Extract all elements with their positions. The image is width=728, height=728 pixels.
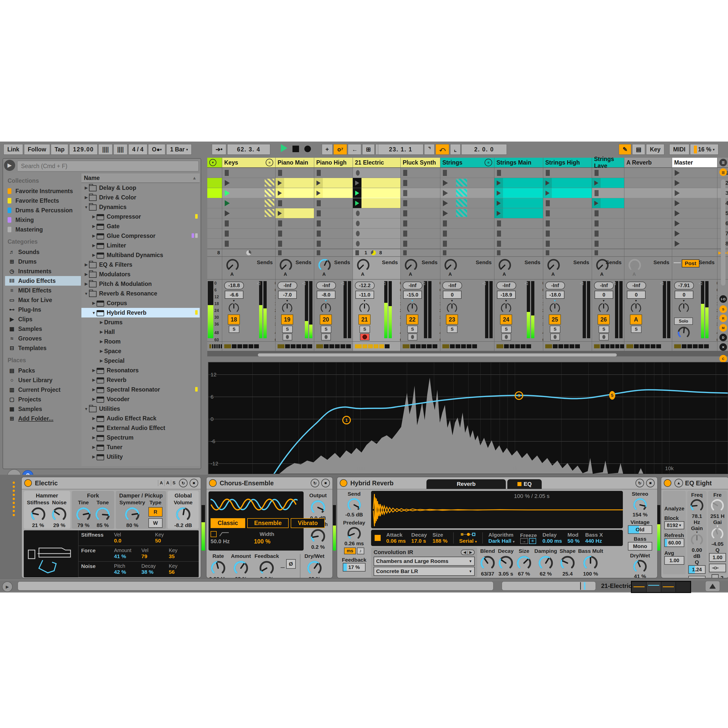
tree-item-glue-compressor[interactable]: ▶Glue Compressor bbox=[81, 231, 200, 241]
tree-item-drive-color[interactable]: ▶Drive & Color bbox=[81, 193, 200, 202]
tree-item-dynamics[interactable]: ▼Dynamics bbox=[81, 202, 200, 212]
loop-length-field[interactable]: 2. 0. 0 bbox=[461, 144, 507, 155]
knob-damping[interactable]: Damping62 % bbox=[534, 548, 557, 577]
empty-slot[interactable] bbox=[207, 219, 222, 228]
link-button[interactable]: Link bbox=[3, 144, 23, 155]
tree-item-reverb[interactable]: ▶Reverb bbox=[81, 375, 200, 385]
knob-tone[interactable]: Tone85 % bbox=[95, 500, 110, 528]
chevron-down-icon[interactable]: ▼ bbox=[83, 205, 89, 209]
clip-stop-button[interactable] bbox=[314, 208, 353, 219]
follow-button[interactable]: Follow bbox=[24, 144, 50, 155]
stop-all-row[interactable] bbox=[672, 249, 717, 257]
clip[interactable] bbox=[275, 178, 314, 188]
clip-record-slot[interactable] bbox=[353, 228, 401, 239]
computer-midi-keyboard-button[interactable]: ▤ bbox=[632, 144, 645, 155]
group-clip-slot[interactable] bbox=[222, 198, 275, 208]
empty-slot[interactable] bbox=[207, 239, 222, 249]
param-size[interactable]: Size188 % bbox=[433, 532, 448, 544]
track-header-keys[interactable]: Keys≡ bbox=[222, 158, 275, 168]
param-attack[interactable]: Attack0.06 ms bbox=[386, 532, 406, 544]
new-button[interactable]: + bbox=[322, 144, 333, 155]
save-preset-icon[interactable]: ■ bbox=[190, 479, 198, 487]
hot-swap-icon[interactable]: ↻ bbox=[635, 479, 644, 487]
clip-stop-button[interactable] bbox=[440, 239, 494, 249]
send-value[interactable]: -Inf bbox=[316, 281, 336, 289]
band-2-toggle[interactable] bbox=[711, 574, 719, 578]
sidebar-item-max-for-live[interactable]: ▭ Max for Live bbox=[5, 295, 81, 305]
solo-button[interactable]: Solo bbox=[674, 318, 693, 325]
tree-item-gate[interactable]: ▶Gate bbox=[81, 222, 200, 231]
table-row[interactable]: Noise Pitch 42 %Decay 38 %Key 56 bbox=[79, 562, 199, 577]
clip[interactable] bbox=[592, 198, 624, 208]
track-header-master[interactable]: Master bbox=[672, 158, 717, 168]
tree-item-space[interactable]: ▶Space bbox=[81, 346, 200, 356]
draw-mode-region[interactable]: ⊞ bbox=[362, 144, 375, 155]
chevron-right-icon[interactable]: ▶ bbox=[91, 243, 96, 248]
clip-stop-button[interactable] bbox=[592, 168, 624, 178]
clip-stop-button[interactable] bbox=[401, 208, 440, 219]
stop-all-row[interactable] bbox=[440, 249, 494, 257]
send-value[interactable]: -12.2 bbox=[355, 281, 375, 289]
track-activator[interactable]: 26 bbox=[598, 315, 610, 324]
solo-button[interactable]: S bbox=[359, 326, 370, 333]
param-bass-x[interactable]: Bass X440 Hz bbox=[585, 532, 603, 544]
mixer-strip[interactable]: -Inf -18.9 ▾ 24 S ◁ 0612182430364860 bbox=[494, 280, 543, 342]
volume-value[interactable]: -7.0 bbox=[278, 291, 297, 299]
solo-button[interactable]: S bbox=[599, 326, 609, 333]
type-r-button[interactable]: R bbox=[148, 507, 162, 517]
chevron-right-icon[interactable]: ▶ bbox=[83, 185, 89, 190]
clip[interactable] bbox=[353, 178, 401, 188]
clip-stop-button[interactable] bbox=[401, 198, 440, 208]
volume-value[interactable]: 0 bbox=[674, 291, 693, 299]
empty-slot[interactable] bbox=[624, 178, 672, 188]
quantize-pie-icon[interactable] bbox=[246, 250, 251, 255]
arm-button[interactable] bbox=[599, 333, 609, 341]
empty-slot[interactable] bbox=[207, 208, 222, 219]
mixer-strip[interactable]: -18.8 -6.6 ▾ 18 S ◁ 0612182430364860 bbox=[222, 280, 275, 342]
track-activator[interactable]: 18 bbox=[228, 315, 240, 324]
track-activator[interactable]: 21 bbox=[358, 315, 370, 324]
clip[interactable] bbox=[275, 188, 314, 198]
knob-blend[interactable]: Blend63/37 bbox=[480, 548, 496, 577]
clip-stop-button[interactable] bbox=[592, 219, 624, 228]
tree-item-pitch-modulation[interactable]: ▶Pitch & Modulation bbox=[81, 279, 200, 289]
mixer-strip[interactable]: -Inf 0 ▾ A S ◁ bbox=[624, 280, 672, 342]
chevron-right-icon[interactable]: ▶ bbox=[91, 368, 96, 373]
scene-menu-icon[interactable]: ☰ bbox=[719, 159, 727, 166]
device-on-toggle[interactable] bbox=[664, 479, 671, 487]
send-value[interactable]: -Inf bbox=[594, 281, 614, 289]
chevron-down-icon[interactable]: ▼ bbox=[91, 310, 96, 315]
arm-button[interactable] bbox=[321, 333, 331, 341]
chevron-right-icon[interactable]: ▶ bbox=[83, 195, 89, 200]
returns-toggle-button[interactable]: R bbox=[719, 315, 727, 322]
clip-stop-button[interactable] bbox=[401, 228, 440, 239]
device-on-toggle[interactable] bbox=[24, 479, 32, 487]
avg-slider[interactable]: 1.00 bbox=[664, 556, 684, 565]
clip-record-slot[interactable] bbox=[353, 219, 401, 228]
sends-toggle-button[interactable]: S bbox=[719, 305, 727, 313]
clip-stop-button[interactable] bbox=[592, 228, 624, 239]
bass-mono-toggle[interactable]: Mono bbox=[628, 542, 652, 551]
tree-name-header[interactable]: Name▲ bbox=[81, 173, 200, 183]
nudge-up-button[interactable]: |||| bbox=[113, 144, 128, 155]
clip-stop-button[interactable] bbox=[275, 239, 314, 249]
chevron-right-icon[interactable]: ▶ bbox=[91, 224, 96, 228]
scene-launch-button[interactable] bbox=[672, 228, 717, 239]
mixer-strip[interactable]: -Inf -8.0 ▾ 20 S ◁ bbox=[314, 280, 353, 342]
tree-item-drums[interactable]: ▶Drums bbox=[81, 318, 200, 327]
chevron-right-icon[interactable]: ▶ bbox=[91, 387, 96, 392]
mode-classic-button[interactable]: Classic bbox=[211, 518, 245, 528]
group-clip-slot[interactable] bbox=[222, 208, 275, 219]
chevron-right-icon[interactable]: ▶ bbox=[99, 320, 104, 324]
cpu-meter[interactable]: 16 % ▾ bbox=[690, 144, 719, 155]
clip-stop-button[interactable] bbox=[314, 228, 353, 239]
midi-map-button[interactable]: MIDI bbox=[669, 144, 689, 155]
sidebar-item-midi-effects[interactable]: ≡ MIDI Effects bbox=[5, 286, 81, 295]
track-header-electric[interactable]: 21 Electric bbox=[353, 158, 401, 168]
mixer-toggle-button[interactable]: M bbox=[719, 324, 727, 332]
stop-all-row[interactable] bbox=[624, 249, 672, 257]
empty-slot[interactable] bbox=[624, 188, 672, 198]
send-value[interactable]: -Inf bbox=[442, 281, 462, 289]
track-header-piano-main[interactable]: Piano Main bbox=[275, 158, 314, 168]
clip-stop-button[interactable] bbox=[440, 228, 494, 239]
